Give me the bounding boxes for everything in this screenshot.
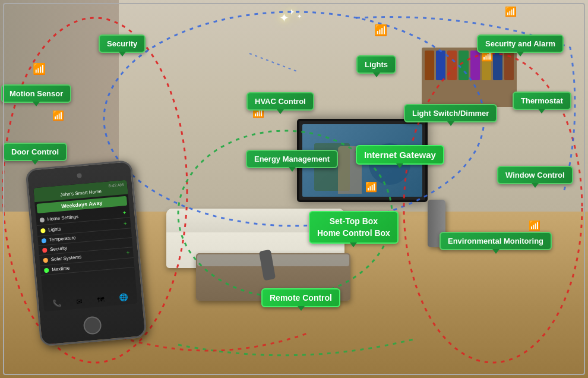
menu-label: Home Settings [47, 214, 78, 222]
window-control-label[interactable]: Window Control [497, 166, 573, 184]
book [470, 51, 480, 80]
book [436, 51, 445, 80]
phone-icon-map[interactable]: 🗺 [97, 295, 105, 304]
menu-plus: + [122, 209, 127, 216]
menu-label: Temperature [49, 235, 76, 242]
energy-management-label[interactable]: Energy Management [246, 150, 338, 168]
thermostat-label[interactable]: Thermostat [513, 92, 571, 110]
phone-icon-mail[interactable]: ✉ [76, 297, 83, 306]
phone-icon-web[interactable]: 🌐 [119, 293, 128, 302]
menu-dot [42, 247, 48, 253]
menu-dot [42, 238, 47, 243]
menu-dot [44, 267, 49, 273]
menu-plus: + [126, 250, 130, 256]
set-top-box-text: Set-Top Box [330, 216, 378, 226]
phone-screen: 8:42 AM John's Smart Home Weekdays Away … [33, 180, 138, 312]
remote-control-label[interactable]: Remote Control [261, 288, 340, 307]
menu-label: Lights [48, 226, 61, 233]
ceiling-light-sparkle3: ✦ [297, 13, 302, 20]
security-label-text: Security [107, 39, 137, 48]
menu-plus: + [124, 220, 128, 226]
smartphone[interactable]: 8:42 AM John's Smart Home Weekdays Away … [25, 160, 147, 347]
wifi-icon-7: 📶 [365, 181, 377, 193]
motion-sensor-text: Motion Sensor [10, 89, 63, 98]
book [425, 51, 434, 80]
wifi-icon-5: 📶 [374, 24, 387, 37]
environmental-label[interactable]: Environmental Monitoring [440, 232, 552, 250]
hvac-control-label[interactable]: HVAC Control [246, 92, 314, 111]
menu-dot [43, 257, 48, 263]
menu-dot [40, 228, 46, 233]
wifi-icon-1: 📶 [33, 62, 46, 75]
bookshelf [422, 48, 517, 107]
internet-gateway-label[interactable]: Internet Gateway [356, 145, 444, 165]
wifi-icon-2: 📶 [52, 110, 64, 121]
smart-home-scene: ✦ ✦ ✦ 📶 📶 📶 📶 📶 📶 📶 📶 📶 Security Motion … [0, 0, 588, 378]
lights-text: Lights [365, 60, 388, 69]
phone-icon-phone[interactable]: 📞 [52, 299, 62, 308]
books [422, 48, 517, 83]
ceiling-light-sparkle2: ✦ [288, 7, 295, 17]
book [459, 51, 468, 80]
light-switch-label[interactable]: Light Switch/Dimmer [404, 104, 497, 122]
phone-dock: 📞 ✉ 🗺 🌐 [43, 291, 137, 311]
book [493, 51, 502, 80]
internet-gateway-text: Internet Gateway [364, 150, 436, 160]
set-top-box-label[interactable]: Set-Top Box Home Control Box [309, 211, 399, 244]
remote-control-text: Remote Control [270, 293, 332, 303]
light-switch-text: Light Switch/Dimmer [412, 109, 489, 118]
phone-home-button[interactable] [83, 316, 102, 335]
hvac-control-text: HVAC Control [255, 97, 306, 106]
security-alarm-label[interactable]: Security and Alarm [477, 34, 564, 53]
door-control-label[interactable]: Door Control [3, 143, 67, 161]
security-alarm-text: Security and Alarm [485, 39, 555, 48]
door-control-text: Door Control [11, 147, 59, 156]
menu-dot [39, 217, 45, 222]
motion-sensor-label[interactable]: Motion Sensor [1, 84, 71, 103]
book [447, 51, 457, 80]
home-control-text: Home Control Box [317, 228, 390, 238]
wifi-icon-8: 📶 [529, 220, 540, 231]
phone-camera [77, 173, 82, 178]
book [504, 51, 514, 80]
energy-management-text: Energy Management [254, 155, 330, 163]
lights-label[interactable]: Lights [356, 55, 396, 74]
menu-label: Solar Systems [50, 254, 81, 262]
menu-label: Maxtime [52, 266, 70, 273]
menu-label: Security [50, 245, 68, 252]
thermostat-text: Thermostat [521, 96, 563, 105]
wifi-icon-9: 📶 [505, 6, 517, 17]
security-label[interactable]: Security [99, 34, 146, 53]
environmental-text: Environmental Monitoring [448, 237, 543, 245]
window-control-text: Window Control [505, 171, 565, 179]
